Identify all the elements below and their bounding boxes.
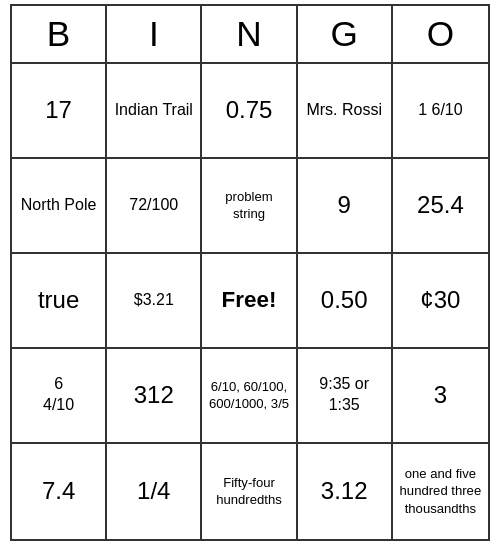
bingo-cell: Mrs. Rossi	[298, 64, 393, 159]
bingo-cell: $3.21	[107, 254, 202, 349]
bingo-cell: 0.50	[298, 254, 393, 349]
bingo-grid: 17Indian Trail0.75Mrs. Rossi1 6/10North …	[12, 64, 488, 539]
bingo-cell: 0.75	[202, 64, 297, 159]
bingo-cell: 312	[107, 349, 202, 444]
bingo-cell: Fifty-four hundredths	[202, 444, 297, 539]
header-letter: B	[12, 6, 107, 62]
bingo-cell: 64/10	[12, 349, 107, 444]
bingo-cell: 9:35 or 1:35	[298, 349, 393, 444]
bingo-cell: 9	[298, 159, 393, 254]
bingo-cell: Free!	[202, 254, 297, 349]
header-letter: G	[298, 6, 393, 62]
bingo-cell: 25.4	[393, 159, 488, 254]
bingo-header: BINGO	[12, 6, 488, 64]
bingo-cell: problem string	[202, 159, 297, 254]
bingo-card: BINGO 17Indian Trail0.75Mrs. Rossi1 6/10…	[10, 4, 490, 541]
bingo-cell: North Pole	[12, 159, 107, 254]
header-letter: I	[107, 6, 202, 62]
bingo-cell: 3.12	[298, 444, 393, 539]
bingo-cell: ¢30	[393, 254, 488, 349]
bingo-cell: 3	[393, 349, 488, 444]
bingo-cell: true	[12, 254, 107, 349]
bingo-cell: 17	[12, 64, 107, 159]
bingo-cell: Indian Trail	[107, 64, 202, 159]
bingo-cell: one and five hundred three thousandths	[393, 444, 488, 539]
bingo-cell: 1 6/10	[393, 64, 488, 159]
header-letter: N	[202, 6, 297, 62]
bingo-cell: 6/10, 60/100, 600/1000, 3/5	[202, 349, 297, 444]
header-letter: O	[393, 6, 488, 62]
bingo-cell: 1/4	[107, 444, 202, 539]
bingo-cell: 7.4	[12, 444, 107, 539]
bingo-cell: 72/100	[107, 159, 202, 254]
